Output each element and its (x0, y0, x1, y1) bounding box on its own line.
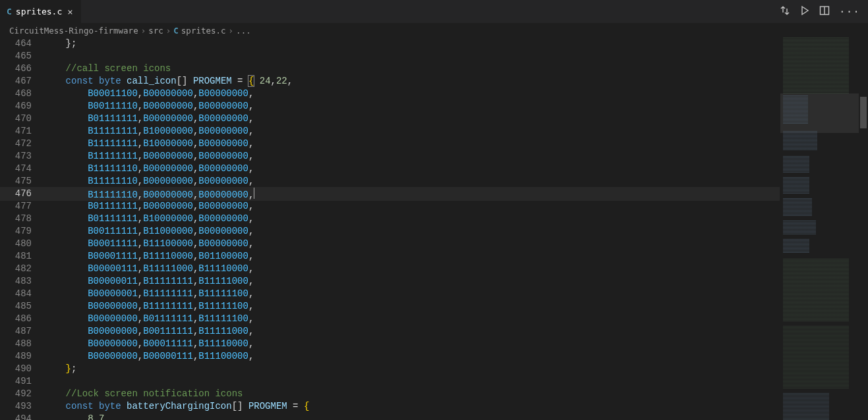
code-line[interactable]: 478 B01111111,B10000000,B00000000, (0, 213, 780, 225)
code-line[interactable]: 470 B01111111,B00000000,B00000000, (0, 113, 780, 125)
line-number: 469 (0, 100, 43, 113)
line-number: 489 (0, 350, 43, 363)
code-content: //Lock screen notification icons (43, 388, 780, 400)
code-content: B11111110,B00000000,B00000000, (43, 188, 780, 200)
line-number: 471 (0, 125, 43, 138)
code-content: B00000000,B00011111,B11110000, (43, 338, 780, 350)
breadcrumb-symbol[interactable]: ... (236, 26, 251, 36)
code-line[interactable]: 468 B00011100,B00000000,B00000000, (0, 88, 780, 100)
c-file-icon: C (173, 26, 179, 36)
line-number: 466 (0, 63, 43, 75)
code-content: }; (43, 38, 780, 50)
line-number: 492 (0, 388, 43, 400)
breadcrumb[interactable]: CircuitMess-Ringo-firmware › src › C spr… (0, 23, 868, 38)
minimap[interactable] (780, 38, 859, 420)
run-icon[interactable] (799, 5, 810, 18)
tab-label: sprites.c (16, 7, 62, 16)
line-number: 491 (0, 375, 43, 388)
code-line[interactable]: 474 B11111110,B00000000,B00000000, (0, 163, 780, 175)
code-line[interactable]: 490 }; (0, 363, 780, 375)
breadcrumb-file[interactable]: sprites.c (181, 26, 226, 36)
code-content (43, 50, 780, 63)
code-line[interactable]: 493 const byte batteryChargingIcon[] PRO… (0, 400, 780, 413)
line-number: 470 (0, 113, 43, 125)
line-number: 476 (0, 188, 43, 200)
line-number: 479 (0, 225, 43, 238)
split-editor-icon[interactable] (819, 5, 830, 18)
code-line[interactable]: 469 B00111110,B00000000,B00000000, (0, 100, 780, 113)
code-line[interactable]: 491 (0, 375, 780, 388)
code-line[interactable]: 465 (0, 50, 780, 63)
code-line[interactable]: 479 B00111111,B11000000,B00000000, (0, 225, 780, 238)
line-number: 481 (0, 250, 43, 263)
tabs-container: C sprites.c × (0, 0, 82, 23)
code-line[interactable]: 494 8,7, (0, 413, 780, 420)
code-content: B11111111,B10000000,B00000000, (43, 125, 780, 138)
overview-ruler[interactable] (859, 38, 868, 420)
line-number: 475 (0, 175, 43, 188)
code-line[interactable]: 489 B00000000,B00000111,B11100000, (0, 350, 780, 363)
breadcrumb-segment[interactable]: CircuitMess-Ringo-firmware (9, 26, 138, 36)
text-editor[interactable]: 464 };465466 //call screen icons467 cons… (0, 38, 780, 420)
code-content: B00000011,B11111111,B11111000, (43, 275, 780, 288)
code-line[interactable]: 487 B00000000,B00111111,B11111000, (0, 325, 780, 338)
code-line[interactable]: 488 B00000000,B00011111,B11110000, (0, 338, 780, 350)
code-content: B01111111,B00000000,B00000000, (43, 200, 780, 213)
code-line[interactable]: 482 B00000111,B11111000,B11110000, (0, 263, 780, 275)
tab-sprites-c[interactable]: C sprites.c × (0, 0, 82, 23)
code-content: B11111111,B00000000,B00000000, (43, 150, 780, 163)
chevron-right-icon: › (166, 26, 171, 36)
code-line[interactable]: 475 B11111110,B00000000,B00000000, (0, 175, 780, 188)
code-line[interactable]: 473 B11111111,B00000000,B00000000, (0, 150, 780, 163)
line-number: 473 (0, 150, 43, 163)
code-content: B01111111,B00000000,B00000000, (43, 113, 780, 125)
code-content: B00011100,B00000000,B00000000, (43, 88, 780, 100)
code-content: B00001111,B11110000,B01100000, (43, 250, 780, 263)
line-number: 485 (0, 300, 43, 313)
code-content: B00000000,B01111111,B11111100, (43, 313, 780, 325)
code-line[interactable]: 476 B11111110,B00000000,B00000000, (0, 188, 780, 200)
code-content: //call screen icons (43, 63, 780, 75)
code-line[interactable]: 464 }; (0, 38, 780, 50)
code-line[interactable]: 483 B00000011,B11111111,B11111000, (0, 275, 780, 288)
code-line[interactable]: 481 B00001111,B11110000,B01100000, (0, 250, 780, 263)
line-number: 482 (0, 263, 43, 275)
line-number: 493 (0, 400, 43, 413)
line-number: 467 (0, 75, 43, 88)
code-line[interactable]: 486 B00000000,B01111111,B11111100, (0, 313, 780, 325)
code-line[interactable]: 485 B00000000,B11111111,B11111100, (0, 300, 780, 313)
scrollbar-thumb[interactable] (860, 97, 867, 128)
line-number: 465 (0, 50, 43, 63)
code-line[interactable]: 472 B11111111,B10000000,B00000000, (0, 138, 780, 150)
code-content: B00111111,B11000000,B00000000, (43, 225, 780, 238)
code-content: B00000001,B11111111,B11111100, (43, 288, 780, 300)
close-tab-icon[interactable]: × (66, 7, 74, 17)
compare-changes-icon[interactable] (780, 5, 790, 18)
code-content: B00000000,B00111111,B11111000, (43, 325, 780, 338)
line-number: 480 (0, 238, 43, 250)
line-number: 494 (0, 413, 43, 420)
code-line[interactable]: 466 //call screen icons (0, 63, 780, 75)
code-line[interactable]: 484 B00000001,B11111111,B11111100, (0, 288, 780, 300)
tab-bar: C sprites.c × ··· (0, 0, 868, 23)
code-line[interactable]: 477 B01111111,B00000000,B00000000, (0, 200, 780, 213)
code-line[interactable]: 467 const byte call_icon[] PROGMEM = { 2… (0, 75, 780, 88)
code-line[interactable]: 471 B11111111,B10000000,B00000000, (0, 125, 780, 138)
code-content: B00111110,B00000000,B00000000, (43, 100, 780, 113)
code-content: B00011111,B11100000,B00000000, (43, 238, 780, 250)
line-number: 484 (0, 288, 43, 300)
code-content: B11111110,B00000000,B00000000, (43, 175, 780, 188)
code-content: B00000111,B11111000,B11110000, (43, 263, 780, 275)
code-line[interactable]: 492 //Lock screen notification icons (0, 388, 780, 400)
more-actions-icon[interactable]: ··· (839, 5, 860, 18)
line-number: 487 (0, 325, 43, 338)
code-line[interactable]: 480 B00011111,B11100000,B00000000, (0, 238, 780, 250)
code-content: B11111111,B10000000,B00000000, (43, 138, 780, 150)
code-content: B11111110,B00000000,B00000000, (43, 163, 780, 175)
c-file-icon: C (7, 7, 12, 16)
line-number: 468 (0, 88, 43, 100)
line-number: 488 (0, 338, 43, 350)
line-number: 474 (0, 163, 43, 175)
breadcrumb-segment[interactable]: src (148, 26, 163, 36)
code-content (43, 375, 780, 388)
